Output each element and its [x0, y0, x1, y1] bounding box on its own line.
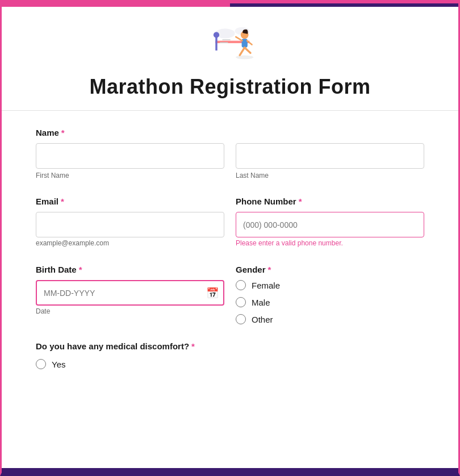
- svg-line-9: [236, 37, 242, 41]
- svg-point-13: [236, 55, 253, 59]
- medical-section: Do you have any medical discomfort?* Yes: [36, 341, 424, 369]
- gender-required-star: *: [268, 265, 271, 274]
- email-required-star: *: [61, 197, 64, 206]
- gender-male-option[interactable]: Male: [236, 297, 424, 307]
- phone-col: Phone Number* Please enter a valid phone…: [236, 197, 424, 248]
- svg-rect-3: [215, 36, 217, 51]
- gender-col: Gender* Female Male Other: [236, 265, 424, 324]
- svg-line-8: [245, 48, 250, 53]
- bottom-border: [2, 468, 458, 473]
- medical-yes-radio[interactable]: [36, 359, 46, 369]
- top-border: [2, 3, 458, 7]
- name-field-group: First Name Last Name: [36, 143, 424, 179]
- medical-required-star: *: [191, 341, 195, 351]
- email-phone-row: Email* example@example.com Phone Number*…: [36, 197, 424, 248]
- name-required-star: *: [61, 128, 65, 137]
- gender-radio-group: Female Male Other: [236, 280, 424, 324]
- email-input[interactable]: [36, 212, 224, 237]
- last-name-input[interactable]: [236, 143, 424, 169]
- gender-female-label: Female: [252, 281, 280, 290]
- medical-radio-group: Yes: [36, 359, 424, 369]
- medical-label: Do you have any medical discomfort?*: [36, 341, 424, 351]
- phone-hint: Please enter a valid phone number.: [236, 239, 343, 247]
- name-label: Name*: [36, 128, 424, 137]
- first-name-input[interactable]: [36, 143, 224, 169]
- svg-point-4: [214, 32, 219, 37]
- medical-yes-label: Yes: [52, 360, 65, 369]
- gender-female-radio[interactable]: [236, 280, 246, 290]
- birthdate-input[interactable]: [36, 280, 224, 306]
- phone-required-star: *: [299, 197, 302, 206]
- birthdate-col: Birth Date* 📅 Date: [36, 265, 224, 324]
- gender-other-label: Other: [252, 315, 273, 324]
- page-wrapper: Marathon Registration Form Name* First N…: [0, 0, 460, 476]
- svg-rect-6: [242, 39, 248, 47]
- last-name-col: Last Name: [236, 143, 424, 179]
- birthdate-gender-row: Birth Date* 📅 Date Gender* Female: [36, 265, 424, 324]
- first-name-col: First Name: [36, 143, 224, 179]
- gender-male-radio[interactable]: [236, 297, 246, 307]
- date-input-wrapper: 📅: [36, 280, 224, 306]
- medical-yes-option[interactable]: Yes: [36, 359, 424, 369]
- name-section: Name* First Name Last Name: [36, 128, 424, 179]
- last-name-hint: Last Name: [236, 172, 424, 179]
- email-hint: example@example.com: [36, 239, 109, 247]
- header-section: Marathon Registration Form: [2, 3, 458, 111]
- gender-female-option[interactable]: Female: [236, 280, 424, 290]
- svg-line-7: [240, 48, 245, 56]
- page-title: Marathon Registration Form: [89, 75, 370, 99]
- phone-input[interactable]: [236, 212, 424, 237]
- runner-illustration: [196, 20, 264, 66]
- phone-label: Phone Number*: [236, 197, 424, 206]
- birthdate-label: Birth Date*: [36, 265, 224, 274]
- form-body: Name* First Name Last Name Email*: [2, 111, 458, 392]
- gender-label: Gender*: [236, 265, 424, 274]
- first-name-hint: First Name: [36, 172, 224, 179]
- gender-other-option[interactable]: Other: [236, 314, 424, 324]
- birthdate-hint: Date: [36, 307, 50, 315]
- email-label: Email*: [36, 197, 224, 206]
- gender-other-radio[interactable]: [236, 314, 246, 324]
- birthdate-required-star: *: [79, 265, 82, 274]
- gender-male-label: Male: [252, 298, 270, 307]
- email-col: Email* example@example.com: [36, 197, 224, 248]
